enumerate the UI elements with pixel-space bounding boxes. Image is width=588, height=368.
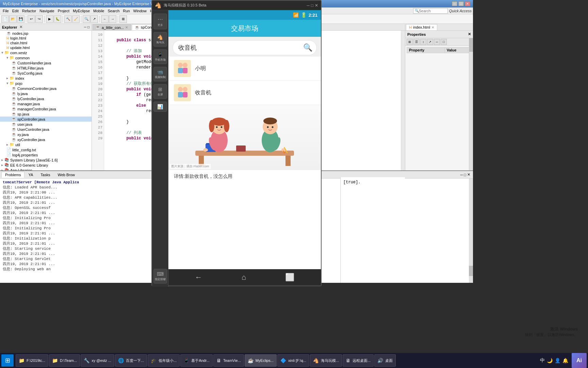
- tree-item-spcontroller[interactable]: ☕ spController.java: [0, 117, 92, 122]
- console-scrollbar[interactable]: [469, 179, 473, 283]
- toolbar-btn-clean[interactable]: 🧹: [72, 15, 80, 23]
- menu-file[interactable]: File: [1, 8, 10, 14]
- tree-item-htmlfilter[interactable]: ☕ HTMLFilter.java: [0, 65, 92, 71]
- taskbar-item-explorer2[interactable]: 📁 D:\Team...: [49, 354, 80, 367]
- bottom-panel-minimize[interactable]: ─: [460, 173, 463, 177]
- taskbar-item-teamviewer[interactable]: 🖥 TeamVie...: [213, 354, 244, 367]
- tab-a-little[interactable]: ☕ a_little_con... ✕: [93, 24, 131, 30]
- menu-project[interactable]: Project: [56, 8, 71, 14]
- tab-tasks[interactable]: Tasks: [37, 172, 54, 178]
- props-btn-6[interactable]: □: [441, 39, 447, 45]
- suggestion-2[interactable]: 收音机: [168, 81, 321, 105]
- android-search-btn[interactable]: 🔍: [303, 43, 312, 52]
- sys-icon-2[interactable]: 🌙: [547, 358, 553, 363]
- toolbar-btn-build[interactable]: 🔨: [64, 15, 72, 23]
- emu-side-haima[interactable]: 🐴 海马玩: [153, 32, 167, 47]
- tree-item-nodes[interactable]: ☕ nodes.jsp: [0, 31, 92, 36]
- toolbar-btn-perspective[interactable]: ⊞: [119, 15, 127, 23]
- suggestion-1[interactable]: 小明: [168, 57, 321, 81]
- right-scrollbar-thumb[interactable]: [469, 38, 473, 52]
- toolbar-btn-search[interactable]: 🔍: [83, 15, 90, 23]
- start-button[interactable]: ⊞: [1, 354, 14, 367]
- emulator-minimize[interactable]: ─: [307, 3, 310, 8]
- tab-webbrow[interactable]: Web Brow: [54, 172, 79, 178]
- menu-refactor[interactable]: Refactor: [21, 8, 38, 14]
- taskbar-item-baidu[interactable]: 🌐 百度一下...: [115, 354, 147, 367]
- nav-home[interactable]: ⌂: [242, 273, 246, 282]
- taskbar-item-desktop[interactable]: 🔊 桌面: [374, 354, 396, 367]
- emulator-maximize[interactable]: □: [311, 3, 313, 8]
- tab-index-html[interactable]: H index.html ✕: [406, 24, 437, 30]
- emu-side-keyboard[interactable]: ⌨ 指定按键: [153, 269, 167, 283]
- tree-item-index[interactable]: ▸ 📁 index: [0, 76, 92, 81]
- sys-icon-4[interactable]: 🔔: [562, 358, 568, 363]
- props-btn-2[interactable]: ☰: [413, 39, 420, 45]
- properties-close[interactable]: ✕: [468, 32, 471, 36]
- tree-item-xy[interactable]: ☕ xy.java: [0, 132, 92, 137]
- tree-item-sp[interactable]: ☕ sp.java: [0, 111, 92, 117]
- tree-item-xycontroller[interactable]: ☕ xyController.java: [0, 137, 92, 142]
- taskbar-item-myeclipse[interactable]: ☕ MyEclips...: [245, 354, 277, 367]
- tab-problems[interactable]: Problems: [1, 172, 24, 178]
- tree-item-pojo[interactable]: ▾ 📁 pojo: [0, 81, 92, 86]
- toolbar-search-box[interactable]: 🔍: [413, 8, 448, 14]
- minimize-button[interactable]: ─: [452, 1, 457, 6]
- tab-ya[interactable]: YA: [24, 172, 37, 178]
- menu-window[interactable]: Window: [132, 8, 148, 14]
- props-btn-1[interactable]: ⊞: [407, 39, 413, 45]
- tree-item-ee6lib[interactable]: ▸ 📚 EE 6.0 Generic Library: [0, 163, 92, 168]
- panel-maximize[interactable]: □: [87, 25, 89, 29]
- taskbar-item-remote[interactable]: 🖥 远程桌面...: [343, 354, 374, 367]
- tree-item-log4j[interactable]: 📄 log4j.properties: [0, 152, 92, 157]
- right-scrollbar[interactable]: [469, 38, 473, 170]
- emu-side-fullscreen[interactable]: ⊞ 全屏: [153, 84, 167, 99]
- tree-item-usercontroller[interactable]: ☕ UserController.java: [0, 127, 92, 132]
- tree-item-applib[interactable]: ▸ 📚 App Libraries: [0, 168, 92, 170]
- nav-recent[interactable]: ⬜: [285, 273, 294, 282]
- taskbar-item-explorer1[interactable]: 📁 F:\2019tc...: [16, 354, 48, 367]
- sys-icon-3[interactable]: 👤: [555, 358, 560, 363]
- tree-item-sysconfig[interactable]: ☕ SysConfig.java: [0, 71, 92, 76]
- toolbar-btn-ref[interactable]: ↗: [91, 15, 98, 23]
- emu-side-more[interactable]: ⋯ 更多: [153, 14, 167, 29]
- tree-item-user[interactable]: ☕ user.java: [0, 122, 92, 127]
- taskbar-item-android[interactable]: 📱 基于Andr...: [180, 354, 213, 367]
- taskbar-item-haima[interactable]: 🐴 海马玩模...: [310, 354, 342, 367]
- tab-a-little-close[interactable]: ✕: [125, 26, 128, 29]
- tree-item-customhandler[interactable]: ☕ CustomHandler.java: [0, 60, 92, 65]
- props-btn-3[interactable]: ↕: [420, 39, 426, 45]
- emu-side-stats[interactable]: 📊: [153, 102, 167, 112]
- index-html-close[interactable]: ✕: [431, 26, 434, 29]
- tree-item-ly[interactable]: ☕ ly.java: [0, 91, 92, 96]
- menu-search[interactable]: Search: [106, 8, 121, 14]
- tree-item-lycontroller[interactable]: ☕ lyController.java: [0, 96, 92, 101]
- search-input[interactable]: [419, 9, 446, 13]
- toolbar-btn-new[interactable]: 📄: [1, 15, 9, 23]
- tree-item-chain[interactable]: H chain.html: [0, 41, 92, 45]
- sys-icon-1[interactable]: 中: [540, 357, 545, 364]
- tree-item-systemlib[interactable]: ▸ 📚 System Library [JavaSE-1.6]: [0, 157, 92, 163]
- emu-side-phone[interactable]: 📱 手机市场: [153, 49, 167, 64]
- menu-mobile[interactable]: Mobile: [92, 8, 105, 14]
- nav-back[interactable]: ←: [195, 273, 202, 282]
- bottom-panel-maximize[interactable]: □: [464, 173, 466, 177]
- taskbar-item-edu[interactable]: 🎓 低年级小...: [148, 354, 180, 367]
- tree-item-login[interactable]: H login.html: [0, 36, 92, 41]
- taskbar-item-xy[interactable]: 🔧 xy @estz ...: [81, 354, 114, 367]
- close-button[interactable]: ✕: [465, 1, 470, 6]
- menu-edit[interactable]: Edit: [11, 8, 20, 14]
- panel-minimize[interactable]: ─: [84, 25, 86, 29]
- tree-item-com-xestz[interactable]: ▾ 📁 com.xestz: [0, 50, 92, 55]
- taskbar-item-xinli[interactable]: 🔷 xinli [F:\q...: [277, 354, 309, 367]
- tree-item-util[interactable]: ▸ 📁 util: [0, 142, 92, 147]
- console-scrollbar-thumb[interactable]: [469, 266, 473, 276]
- tree-item-manager[interactable]: ☕ manager.java: [0, 101, 92, 106]
- toolbar-btn-redo[interactable]: ↪: [35, 15, 43, 23]
- code-scrollbar[interactable]: [401, 31, 405, 170]
- menu-myeclipse[interactable]: MyEclipse: [71, 8, 91, 14]
- toolbar-btn-undo[interactable]: ↩: [28, 15, 35, 23]
- props-btn-4[interactable]: ↗: [427, 39, 433, 45]
- emu-side-video[interactable]: 📹 视频制制: [153, 67, 167, 81]
- toolbar-btn-debug[interactable]: 🐛: [54, 15, 61, 23]
- tree-item-managercontroller[interactable]: ☕ managerController.java: [0, 106, 92, 111]
